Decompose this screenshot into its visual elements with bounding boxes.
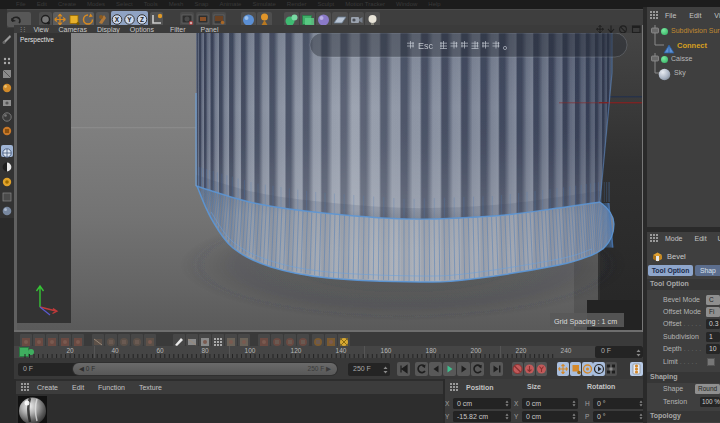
svg-text:Esc: Esc (418, 41, 434, 51)
svg-text:X: X (115, 16, 120, 23)
svg-text:Y: Y (127, 16, 132, 23)
svg-text:Grid Spacing : 1 cm: Grid Spacing : 1 cm (554, 317, 617, 326)
svg-text:Z: Z (140, 16, 144, 23)
